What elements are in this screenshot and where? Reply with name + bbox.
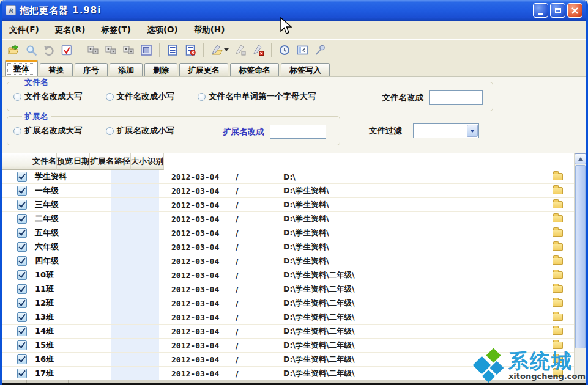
image-icon <box>141 45 152 56</box>
rename-batch-2-button[interactable] <box>103 42 119 58</box>
tab[interactable]: 扩展更名 <box>179 63 228 76</box>
table-row[interactable]: 10班 2012-03-04 / D:\学生资料\二年级\ <box>2 268 574 282</box>
cell-filename: 14班 <box>32 324 111 338</box>
rename-batch-1-button[interactable] <box>85 42 101 58</box>
close-button[interactable] <box>567 3 582 18</box>
row-checkbox[interactable] <box>17 242 27 252</box>
cell-extension: / <box>228 240 274 254</box>
pin-options-button[interactable] <box>312 42 328 58</box>
vertical-scrollbar[interactable] <box>574 153 586 380</box>
table-row[interactable]: 六年级 2012-03-04 / D:\学生资料\ <box>2 240 574 254</box>
folder-icon[interactable] <box>553 257 563 265</box>
folder-icon[interactable] <box>553 243 563 251</box>
table-row[interactable]: 五年级 2012-03-04 / D:\学生资料\ <box>2 226 574 240</box>
folder-icon[interactable] <box>553 328 563 335</box>
combo-dropdown-button[interactable] <box>467 125 478 137</box>
cell-preview <box>111 240 159 254</box>
folder-icon[interactable] <box>553 285 563 293</box>
scroll-up-button[interactable] <box>575 153 586 164</box>
row-checkbox[interactable] <box>17 172 27 182</box>
tab[interactable]: 替换 <box>40 63 73 76</box>
menu-item[interactable]: 标签(T) <box>100 23 132 37</box>
folder-icon[interactable] <box>553 229 563 237</box>
filename-radio-option[interactable]: 文件名改成小写 <box>106 91 175 102</box>
row-checkbox[interactable] <box>17 270 27 280</box>
row-checkbox[interactable] <box>17 369 27 378</box>
folder-icon[interactable] <box>553 173 563 180</box>
filename-rename-input[interactable] <box>429 90 483 105</box>
row-checkbox[interactable] <box>17 298 27 308</box>
tab[interactable]: 标签命名 <box>230 63 279 76</box>
table-row[interactable]: 三年级 2012-03-04 / D:\学生资料\ <box>2 198 574 212</box>
menu-item[interactable]: 选项(O) <box>146 23 179 37</box>
table-row[interactable]: 二年级 2012-03-04 / D:\学生资料\ <box>2 212 574 226</box>
tab[interactable]: 删除 <box>144 63 177 76</box>
extension-radio-option[interactable]: 扩展名改成小写 <box>106 125 175 136</box>
table-row[interactable]: 13班 2012-03-04 / D:\学生资料\二年级\ <box>2 310 574 324</box>
table-row[interactable]: 四年级 2012-03-04 / D:\学生资料\ <box>2 254 574 268</box>
row-checkbox[interactable] <box>17 284 27 294</box>
open-folder-button[interactable] <box>6 42 21 58</box>
row-checkbox[interactable] <box>17 228 27 238</box>
column-header[interactable]: 扩展名 <box>90 153 114 170</box>
row-checkbox[interactable] <box>17 312 27 322</box>
folder-icon[interactable] <box>553 201 563 208</box>
menu-item[interactable]: 文件(F) <box>8 23 40 37</box>
clock-history-button[interactable] <box>277 42 292 58</box>
cell-extension: / <box>228 226 274 240</box>
write-tag-button[interactable] <box>209 42 231 58</box>
preview-button[interactable] <box>23 42 39 58</box>
extension-rename-input[interactable] <box>270 125 326 139</box>
column-header[interactable]: 路径 <box>114 153 131 170</box>
row-checkbox[interactable] <box>17 186 27 196</box>
scrollbar-thumb[interactable] <box>575 165 586 348</box>
rename-batch-3-button[interactable] <box>121 42 136 58</box>
column-header[interactable]: 日期 <box>73 153 90 170</box>
table-row[interactable]: 一年级 2012-03-04 / D:\学生资料\ <box>2 184 574 198</box>
menu-bar: 文件(F)更名(R)标签(T)选项(O)帮助(H) <box>2 21 586 39</box>
row-checkbox[interactable] <box>17 200 27 210</box>
undo-button[interactable] <box>41 42 57 58</box>
filename-radio-option[interactable]: 文件名改成大写 <box>13 91 83 102</box>
column-header[interactable]: 识别 <box>147 153 164 170</box>
table-row[interactable]: 14班 2012-03-04 / D:\学生资料\二年级\ <box>2 324 574 339</box>
row-checkbox[interactable] <box>17 340 27 350</box>
table-row[interactable]: 12班 2012-03-04 / D:\学生资料\二年级\ <box>2 296 574 310</box>
table-row[interactable]: 学生资料 2012-03-04 / D:\ <box>2 170 574 184</box>
tab[interactable]: 整体 <box>5 60 38 76</box>
folder-icon[interactable] <box>553 271 563 279</box>
menu-item[interactable]: 帮助(H) <box>193 23 226 37</box>
row-checkbox[interactable] <box>17 214 27 224</box>
folder-icon[interactable] <box>553 215 563 222</box>
tab[interactable]: 添加 <box>110 63 143 76</box>
tab[interactable]: 序号 <box>75 63 108 76</box>
column-header[interactable]: 大小 <box>131 153 147 170</box>
title-bar[interactable]: R 拖把更名器 1.98i <box>2 0 586 21</box>
row-checkbox[interactable] <box>17 256 27 266</box>
panel-view-button[interactable] <box>294 42 310 58</box>
tab[interactable]: 标签写入 <box>281 63 330 76</box>
image-rename-button[interactable] <box>138 42 154 58</box>
cell-filename: 五年级 <box>32 226 111 240</box>
minimize-button[interactable] <box>533 3 548 18</box>
folder-icon[interactable] <box>553 187 563 194</box>
write-delete-button[interactable] <box>250 42 266 58</box>
row-checkbox[interactable] <box>17 354 27 364</box>
menu-item[interactable]: 更名(R) <box>54 23 87 37</box>
column-header-checkbox[interactable] <box>2 153 32 170</box>
write-save-button[interactable] <box>233 42 248 58</box>
extension-radio-option[interactable]: 扩展名改成大写 <box>13 125 83 136</box>
cell-path: D:\学生资料\二年级\ <box>274 310 474 324</box>
select-check-button[interactable] <box>59 42 75 58</box>
row-checkbox[interactable] <box>17 326 27 336</box>
folder-icon[interactable] <box>553 314 563 321</box>
file-list-button[interactable] <box>165 42 180 58</box>
filename-radio-option[interactable]: 文件名中单词第一个字母大写 <box>198 91 316 102</box>
column-header[interactable]: 文件名 <box>32 153 57 170</box>
file-filter-combobox[interactable] <box>413 123 479 138</box>
folder-icon[interactable] <box>553 299 563 307</box>
maximize-button[interactable] <box>550 3 565 18</box>
column-header[interactable]: 预览 <box>57 153 73 170</box>
file-list-remove-button[interactable] <box>182 42 198 58</box>
table-row[interactable]: 11班 2012-03-04 / D:\学生资料\二年级\ <box>2 282 574 296</box>
